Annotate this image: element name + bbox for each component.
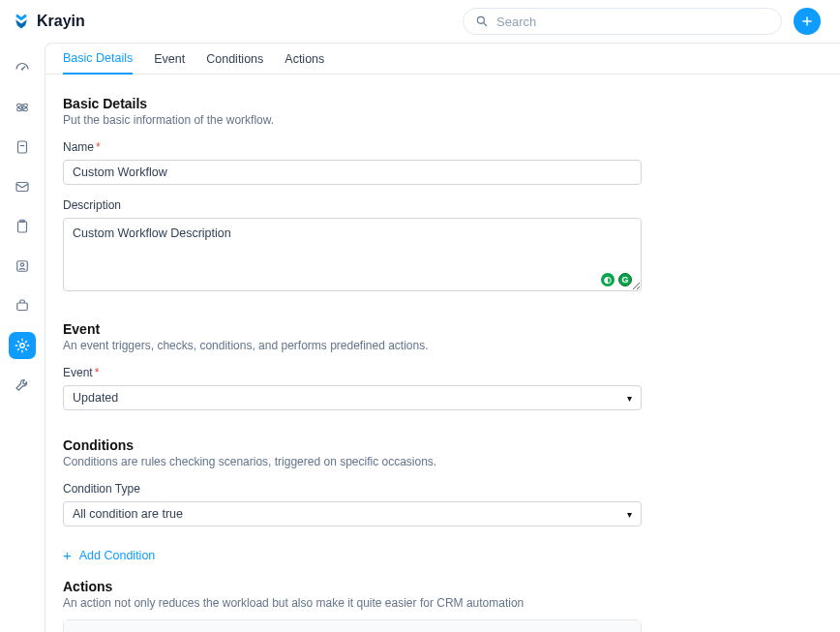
section-title: Conditions: [63, 437, 823, 453]
chevron-down-icon: ▾: [627, 509, 632, 520]
event-label: Event*: [63, 366, 823, 379]
section-subtitle: An event triggers, checks, conditions, a…: [63, 339, 823, 352]
gear-icon: [14, 337, 31, 354]
top-bar: Krayin: [0, 0, 840, 43]
wrench-icon: [14, 376, 31, 394]
svg-rect-10: [18, 222, 27, 232]
section-subtitle: Conditions are rules checking scenarios,…: [63, 455, 823, 468]
section-subtitle: Put the basic information of the workflo…: [63, 113, 823, 127]
search-input[interactable]: [496, 15, 769, 29]
grammar-extension-badges: ◐ G: [601, 273, 632, 286]
tab-conditions[interactable]: Conditions: [206, 52, 263, 74]
svg-line-3: [22, 67, 25, 70]
tab-event[interactable]: Event: [154, 52, 185, 74]
svg-point-4: [21, 106, 24, 109]
tab-actions[interactable]: Actions: [285, 52, 324, 74]
svg-line-1: [484, 23, 487, 26]
user-card-icon: [14, 257, 31, 275]
description-textarea[interactable]: Custom Workflow Description: [63, 218, 642, 291]
sidebar-item-leads[interactable]: [9, 94, 36, 121]
section-title: Event: [63, 321, 823, 337]
sidebar-item-mail[interactable]: [9, 173, 36, 200]
name-label: Name*: [63, 140, 823, 154]
add-condition-button[interactable]: + Add Condition: [63, 548, 155, 562]
sidebar-nav: [0, 43, 45, 632]
sidebar-item-dashboard[interactable]: [9, 54, 36, 81]
actions-table-header: Type Name: [64, 620, 641, 632]
tab-basic-details[interactable]: Basic Details: [63, 51, 133, 75]
plus-icon: [800, 15, 814, 28]
brand-logo[interactable]: Krayin: [12, 12, 85, 31]
svg-point-15: [20, 344, 25, 348]
event-select[interactable]: Updated ▾: [63, 385, 642, 410]
svg-point-0: [477, 16, 484, 23]
main-content: Basic Details Event Conditions Actions B…: [45, 43, 840, 632]
sidebar-item-contacts[interactable]: [9, 253, 36, 280]
svg-rect-7: [18, 141, 27, 153]
svg-rect-9: [16, 183, 28, 192]
brand-mark-icon: [12, 12, 31, 31]
section-title: Actions: [63, 579, 823, 594]
search-box[interactable]: [463, 8, 782, 35]
section-actions: Actions An action not only reduces the w…: [63, 579, 823, 632]
sidebar-item-activities[interactable]: [9, 213, 36, 240]
condition-type-select[interactable]: All condition are true ▾: [63, 501, 642, 527]
sidebar-item-products[interactable]: [9, 292, 36, 319]
section-basic-details: Basic Details Put the basic information …: [63, 96, 823, 294]
section-title: Basic Details: [63, 96, 823, 111]
actions-table: Type Name Send email to sales owner ▾ Ac…: [63, 619, 642, 632]
name-input[interactable]: [63, 160, 642, 185]
mail-icon: [14, 178, 31, 196]
sidebar-item-configuration[interactable]: [9, 372, 36, 399]
section-subtitle: An action not only reduces the workload …: [63, 596, 823, 610]
svg-point-13: [20, 263, 23, 266]
bulb-icon: ◐: [601, 273, 615, 286]
condition-type-label: Condition Type: [63, 482, 823, 496]
global-add-button[interactable]: [794, 8, 821, 35]
grammarly-icon: G: [618, 273, 632, 286]
search-icon: [475, 15, 489, 28]
sidebar-item-quotes[interactable]: [9, 134, 36, 161]
clipboard-icon: [14, 218, 31, 235]
description-label: Description: [63, 198, 823, 212]
chevron-down-icon: ▾: [627, 393, 632, 404]
tabs: Basic Details Event Conditions Actions: [45, 44, 840, 75]
add-condition-label: Add Condition: [79, 549, 156, 562]
section-conditions: Conditions Conditions are rules checking…: [63, 437, 823, 563]
event-select-value: Updated: [73, 391, 118, 405]
file-icon: [14, 138, 31, 156]
sidebar-item-settings[interactable]: [9, 332, 36, 359]
section-event: Event An event triggers, checks, conditi…: [63, 321, 823, 410]
briefcase-icon: [14, 297, 31, 315]
plus-icon: +: [63, 548, 72, 562]
gauge-icon: [14, 59, 31, 76]
brand-name: Krayin: [37, 13, 85, 30]
atom-icon: [14, 99, 31, 116]
condition-type-value: All condition are true: [73, 507, 183, 521]
svg-rect-14: [17, 303, 28, 311]
